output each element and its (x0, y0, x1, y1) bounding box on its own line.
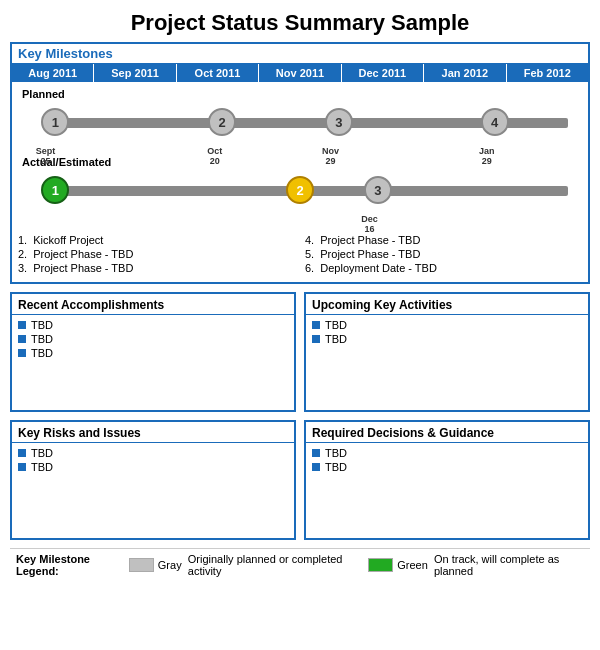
bullet-icon (312, 449, 320, 457)
legend-gray-text: Gray (158, 559, 182, 571)
legend-row: Key Milestone Legend: Gray Originally pl… (10, 548, 590, 581)
timeline-area: Planned 1 Sept25 2 Oct20 3 Nov29 4 Jan29… (12, 82, 588, 230)
bullet-text: TBD (325, 333, 347, 345)
milestones-header: Key Milestones (12, 44, 588, 64)
month-cell: Sep 2011 (94, 64, 176, 82)
recent-accomplishments-header: Recent Accomplishments (12, 294, 294, 315)
planned-label: Planned (22, 88, 578, 100)
legend-gray: Gray Originally planned or completed act… (129, 553, 347, 577)
planned-node-3: 3 Nov29 (325, 108, 353, 136)
planned-node-1: 1 Sept25 (41, 108, 69, 136)
bullet-item: TBD (18, 347, 288, 359)
planned-node-2: 2 Oct20 (208, 108, 236, 136)
bullet-text: TBD (325, 319, 347, 331)
list-item: 5. Project Phase - TBD (305, 248, 582, 260)
bullet-item: TBD (312, 333, 582, 345)
required-decisions-content: TBD TBD (306, 443, 588, 479)
month-cell: Oct 2011 (177, 64, 259, 82)
list-item: 1. Kickoff Project (18, 234, 295, 246)
month-cell: Nov 2011 (259, 64, 341, 82)
legend-gray-box (129, 558, 154, 572)
month-cell: Jan 2012 (424, 64, 506, 82)
upcoming-activities-content: TBD TBD (306, 315, 588, 351)
bullet-text: TBD (31, 347, 53, 359)
bullet-item: TBD (312, 461, 582, 473)
actual-label-2: Nov1 (283, 214, 300, 234)
legend-green-box (368, 558, 393, 572)
bullet-item: TBD (312, 447, 582, 459)
planned-label-1: Sept25 (36, 146, 56, 166)
upcoming-activities-box: Upcoming Key Activities TBD TBD (304, 292, 590, 412)
milestones-section: Key Milestones Aug 2011Sep 2011Oct 2011N… (10, 42, 590, 284)
month-cell: Feb 2012 (507, 64, 588, 82)
bullet-text: TBD (31, 461, 53, 473)
bullet-item: TBD (18, 447, 288, 459)
list-item: 4. Project Phase - TBD (305, 234, 582, 246)
month-cell: Dec 2011 (342, 64, 424, 82)
actual-node-1: 1 Sept25 (41, 176, 69, 204)
bullet-icon (18, 349, 26, 357)
actual-label-1: Sept25 (36, 214, 56, 234)
planned-node-4: 4 Jan29 (481, 108, 509, 136)
legend-green: Green On track, will complete as planned (368, 553, 572, 577)
list-item: 2. Project Phase - TBD (18, 248, 295, 260)
list-item: 3. Project Phase - TBD (18, 262, 295, 274)
key-risks-box: Key Risks and Issues TBD TBD (10, 420, 296, 540)
bullet-text: TBD (31, 447, 53, 459)
bullet-item: TBD (18, 319, 288, 331)
planned-label-3: Nov29 (322, 146, 339, 166)
bullet-icon (312, 335, 320, 343)
legend-label: Key Milestone Legend: (16, 553, 119, 577)
bullet-text: TBD (31, 333, 53, 345)
month-cell: Aug 2011 (12, 64, 94, 82)
bullet-icon (312, 463, 320, 471)
list-right: 4. Project Phase - TBD 5. Project Phase … (305, 234, 582, 276)
actual-label: Actual/Estimated (22, 156, 578, 168)
required-decisions-box: Required Decisions & Guidance TBD TBD (304, 420, 590, 540)
actual-label-3: Dec16 (361, 214, 378, 234)
upcoming-activities-header: Upcoming Key Activities (306, 294, 588, 315)
bullet-icon (18, 449, 26, 457)
legend-green-text: Green (397, 559, 428, 571)
planned-label-2: Oct20 (207, 146, 222, 166)
required-decisions-header: Required Decisions & Guidance (306, 422, 588, 443)
recent-accomplishments-content: TBD TBD TBD (12, 315, 294, 365)
list-item: 6. Deployment Date - TBD (305, 262, 582, 274)
actual-track: 1 Sept25 2 Nov1 3 Dec16 (22, 170, 578, 220)
month-row: Aug 2011Sep 2011Oct 2011Nov 2011Dec 2011… (12, 64, 588, 82)
actual-node-2: 2 Nov1 (286, 176, 314, 204)
bullet-icon (18, 463, 26, 471)
bullet-text: TBD (325, 461, 347, 473)
key-risks-content: TBD TBD (12, 443, 294, 479)
bullet-item: TBD (18, 461, 288, 473)
bullet-text: TBD (31, 319, 53, 331)
bullet-item: TBD (18, 333, 288, 345)
milestone-lists: 1. Kickoff Project 2. Project Phase - TB… (12, 230, 588, 282)
list-left: 1. Kickoff Project 2. Project Phase - TB… (18, 234, 295, 276)
bullet-item: TBD (312, 319, 582, 331)
actual-node-3: 3 Dec16 (364, 176, 392, 204)
key-risks-header: Key Risks and Issues (12, 422, 294, 443)
bullet-text: TBD (325, 447, 347, 459)
page-title: Project Status Summary Sample (0, 0, 600, 42)
planned-label-4: Jan29 (479, 146, 495, 166)
bullet-icon (18, 335, 26, 343)
legend-green-desc: On track, will complete as planned (434, 553, 572, 577)
planned-track: 1 Sept25 2 Oct20 3 Nov29 4 Jan29 (22, 102, 578, 152)
four-boxes: Recent Accomplishments TBD TBD TBD Upcom… (10, 292, 590, 540)
recent-accomplishments-box: Recent Accomplishments TBD TBD TBD (10, 292, 296, 412)
bullet-icon (18, 321, 26, 329)
legend-gray-desc: Originally planned or completed activity (188, 553, 347, 577)
bullet-icon (312, 321, 320, 329)
